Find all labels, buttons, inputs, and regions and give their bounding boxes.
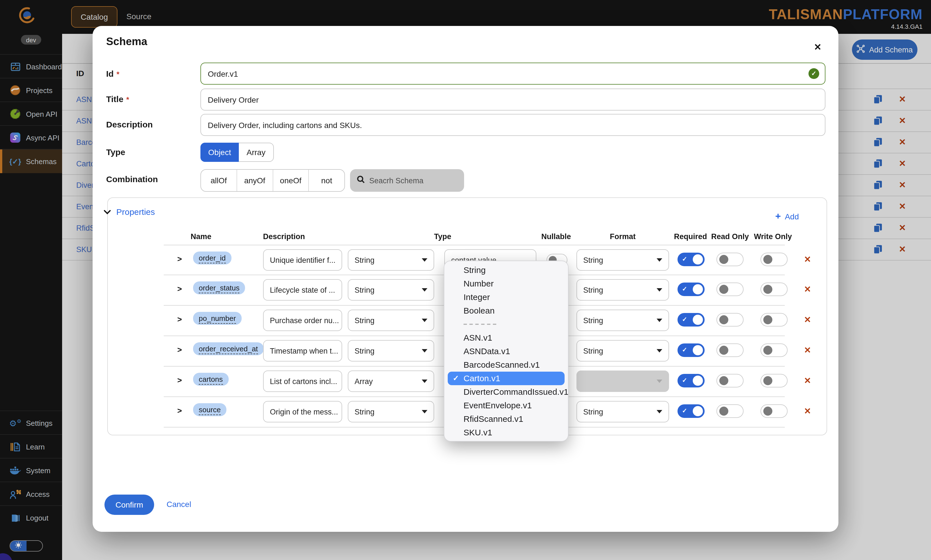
dropdown-option-sku.v1[interactable]: SKU.v1 <box>444 426 568 439</box>
property-name-chip[interactable]: order_id <box>193 252 231 265</box>
property-type-select[interactable]: String <box>348 340 434 362</box>
property-format-select[interactable]: String <box>576 309 669 331</box>
property-format-select[interactable]: String <box>576 401 669 422</box>
property-description-input[interactable]: Origin of the mess... <box>263 401 342 422</box>
read-only-toggle[interactable] <box>716 405 744 418</box>
property-description-input[interactable]: Timestamp when t... <box>263 340 342 362</box>
property-description-input[interactable]: List of cartons incl... <box>263 371 342 392</box>
type-array-button[interactable]: Array <box>239 143 274 162</box>
schema-search-input[interactable]: Seacrh Schema <box>350 169 464 192</box>
column-header-required: Required <box>674 232 707 241</box>
delete-property-icon[interactable]: ✕ <box>804 406 811 416</box>
dropdown-option-asn.v1[interactable]: ASN.v1 <box>444 331 568 345</box>
property-name-chip[interactable]: source <box>193 403 226 416</box>
write-only-toggle[interactable] <box>761 313 787 326</box>
property-name-chip[interactable]: cartons <box>193 373 229 386</box>
plus-icon: + <box>775 211 781 222</box>
type-label: Type <box>106 147 125 157</box>
delete-property-icon[interactable]: ✕ <box>804 375 811 386</box>
schema-modal: Schema ✕ Id* Order.v1 ✓ Title* Delivery … <box>93 26 838 532</box>
title-input[interactable]: Delivery Order <box>201 89 825 111</box>
close-icon[interactable]: ✕ <box>814 42 821 52</box>
property-description-input[interactable]: Lifecycle state of ... <box>263 279 342 301</box>
delete-property-icon[interactable]: ✕ <box>804 284 811 294</box>
dropdown-option-eventenvelope.v1[interactable]: EventEnvelope.v1 <box>444 399 568 412</box>
write-only-toggle[interactable] <box>761 343 787 357</box>
add-property-button[interactable]: + Add <box>775 211 799 222</box>
required-toggle[interactable]: ✓ <box>678 313 705 326</box>
property-type-select[interactable]: String <box>348 309 434 331</box>
dropdown-option-integer[interactable]: Integer <box>444 291 568 304</box>
dropdown-option-boolean[interactable]: Boolean <box>444 304 568 317</box>
type-object-button[interactable]: Object <box>201 143 239 162</box>
required-toggle[interactable]: ✓ <box>678 374 705 388</box>
caret-down-icon <box>422 318 428 322</box>
expand-chevron-icon[interactable]: > <box>177 406 182 415</box>
check-icon: ✓ <box>682 346 687 354</box>
read-only-toggle[interactable] <box>716 313 744 326</box>
read-only-toggle[interactable] <box>716 374 744 388</box>
required-toggle[interactable]: ✓ <box>678 405 705 418</box>
expand-chevron-icon[interactable]: > <box>177 284 182 293</box>
required-toggle[interactable]: ✓ <box>678 343 705 357</box>
property-type-select[interactable]: String <box>348 249 434 271</box>
properties-toggle[interactable]: Properties <box>104 206 155 217</box>
expand-chevron-icon[interactable]: > <box>177 375 182 385</box>
check-icon: ✓ <box>682 255 687 263</box>
property-type-select[interactable]: Array <box>348 371 434 392</box>
type-dropdown-menu: StringNumberIntegerBooleanASN.v1ASNData.… <box>444 260 568 442</box>
required-toggle[interactable]: ✓ <box>678 253 705 266</box>
modal-title: Schema <box>106 35 147 48</box>
delete-property-icon[interactable]: ✕ <box>804 315 811 325</box>
property-format-select[interactable]: String <box>576 249 669 271</box>
expand-chevron-icon[interactable]: > <box>177 345 182 354</box>
dropdown-option-asndata.v1[interactable]: ASNData.v1 <box>444 345 568 358</box>
id-input[interactable]: Order.v1 ✓ <box>201 63 825 85</box>
caret-down-icon <box>422 288 428 292</box>
expand-chevron-icon[interactable]: > <box>177 254 182 263</box>
property-description-input[interactable]: Unique identifier f... <box>263 249 342 271</box>
property-format-select[interactable]: String <box>576 279 669 301</box>
column-header-type: Type <box>434 232 451 241</box>
property-description-input[interactable]: Purchase order nu... <box>263 309 342 331</box>
property-format-select[interactable]: String <box>576 340 669 362</box>
combination-not-button[interactable]: not <box>309 170 345 191</box>
property-name-chip[interactable]: po_number <box>193 312 242 325</box>
combination-label: Combination <box>106 174 158 184</box>
expand-chevron-icon[interactable]: > <box>177 315 182 324</box>
check-icon: ✓ <box>682 407 687 414</box>
read-only-toggle[interactable] <box>716 253 744 266</box>
description-input[interactable]: Delivery Order, including cartons and SK… <box>201 114 825 136</box>
dropdown-option-barcodescanned.v1[interactable]: BarcodeScanned.v1 <box>444 358 568 372</box>
property-name-chip[interactable]: order_received_at <box>193 342 264 355</box>
read-only-toggle[interactable] <box>716 283 744 296</box>
cancel-button[interactable]: Cancel <box>167 500 191 509</box>
dropdown-option-carton.v1[interactable]: ✓Carton.v1 <box>448 372 565 385</box>
search-icon <box>357 175 365 186</box>
write-only-toggle[interactable] <box>761 253 787 266</box>
delete-property-icon[interactable]: ✕ <box>804 254 811 265</box>
column-header-write-only: Write Only <box>754 232 792 241</box>
id-label: Id* <box>106 69 119 78</box>
dropdown-option-rfidscanned.v1[interactable]: RfidScanned.v1 <box>444 412 568 426</box>
property-format-select[interactable] <box>576 371 669 392</box>
combination-anyof-button[interactable]: anyOf <box>236 170 273 191</box>
property-type-select[interactable]: String <box>348 279 434 301</box>
column-header-nullable: Nullable <box>541 232 571 241</box>
dropdown-option-number[interactable]: Number <box>444 277 568 291</box>
caret-down-icon <box>422 349 428 352</box>
read-only-toggle[interactable] <box>716 343 744 357</box>
dropdown-option-string[interactable]: String <box>444 263 568 277</box>
combination-oneof-button[interactable]: oneOf <box>272 170 309 191</box>
write-only-toggle[interactable] <box>761 283 787 296</box>
write-only-toggle[interactable] <box>761 405 787 418</box>
write-only-toggle[interactable] <box>761 374 787 388</box>
confirm-button[interactable]: Confirm <box>105 495 154 515</box>
combination-allof-button[interactable]: allOf <box>201 170 236 191</box>
property-name-chip[interactable]: order_status <box>193 282 245 294</box>
required-toggle[interactable]: ✓ <box>678 283 705 296</box>
property-type-select[interactable]: String <box>348 401 434 422</box>
dropdown-option-divertercommandissued.v1[interactable]: DiverterCommandIssued.v1 <box>444 385 568 399</box>
caret-down-icon <box>422 258 428 262</box>
delete-property-icon[interactable]: ✕ <box>804 345 811 355</box>
